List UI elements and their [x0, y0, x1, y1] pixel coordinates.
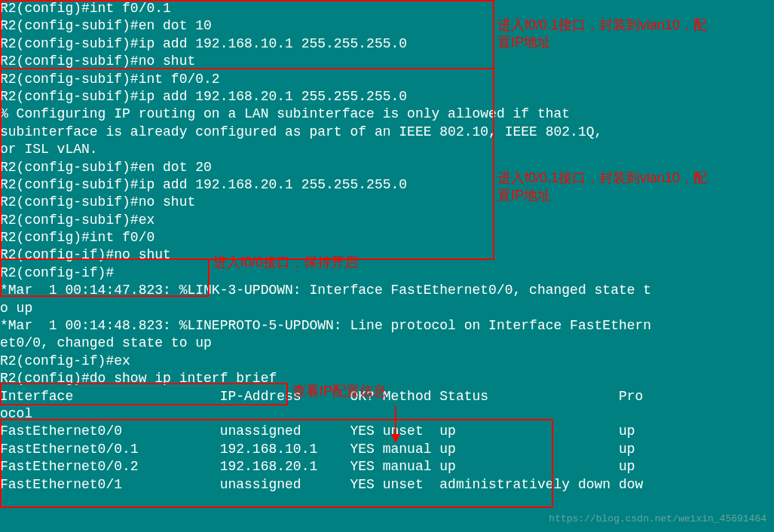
- highlight-box-5: [0, 419, 553, 508]
- annotation-text-3: 进入f0/0接口，保持开启: [213, 254, 358, 271]
- annotation-line: 进入f0/0.1接口，封装到vlan10，配: [497, 17, 707, 34]
- cli-line: et0/0, changed state to up: [0, 335, 774, 352]
- watermark-text: https://blog.csdn.net/weixin_45691464: [549, 513, 766, 526]
- cli-line: *Mar 1 00:14:48.823: %LINEPROTO-5-UPDOWN…: [0, 317, 774, 335]
- annotation-text-2: 进入f0/0.1接口，封装到vlan10，配 置IP地址: [497, 170, 707, 205]
- highlight-box-3: [0, 258, 210, 297]
- annotation-line: 置IP地址: [497, 34, 707, 51]
- annotation-text-1: 进入f0/0.1接口，封装到vlan10，配 置IP地址: [497, 17, 707, 52]
- cli-line: o up: [0, 300, 774, 317]
- arrow-down-icon: [388, 405, 403, 443]
- annotation-line: 置IP地址: [497, 187, 707, 204]
- cli-line: R2(config-if)#ex: [0, 353, 774, 370]
- highlight-box-2: [0, 68, 494, 260]
- svg-marker-1: [391, 434, 400, 443]
- annotation-line: 进入f0/0.1接口，封装到vlan10，配: [497, 170, 707, 187]
- annotation-text-4: 查看IP配置信息: [292, 383, 387, 400]
- highlight-box-4: [0, 383, 288, 405]
- highlight-box-1: [0, 0, 494, 69]
